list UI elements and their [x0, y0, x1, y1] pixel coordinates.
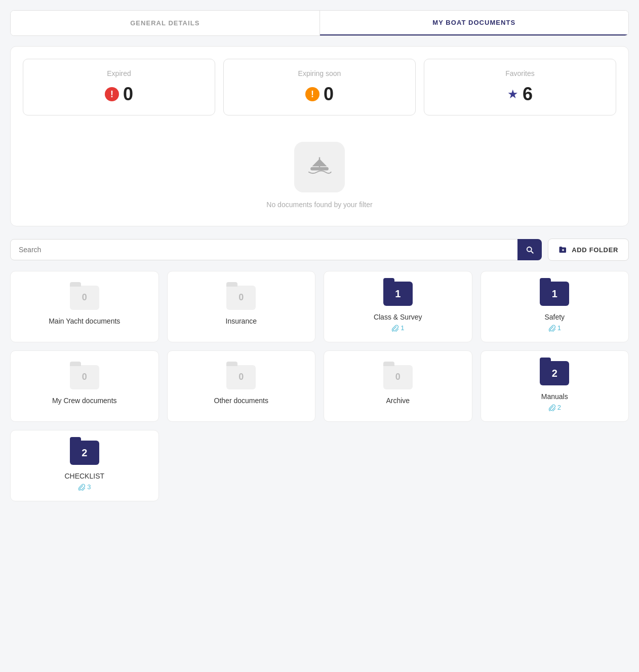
folder-card-checklist[interactable]: 2 CHECKLIST 3 — [10, 430, 159, 501]
folder-card-manuals[interactable]: 2 Manuals 2 — [481, 350, 629, 422]
favorites-value: ★ 6 — [507, 84, 533, 105]
expiring-soon-title: Expiring soon — [298, 69, 341, 77]
folder-icon-class-survey: 1 — [383, 282, 413, 306]
attachment-icon — [391, 325, 398, 332]
expired-title: Expired — [107, 69, 131, 77]
folder-card-main-yacht[interactable]: 0 Main Yacht documents — [10, 271, 159, 342]
attachment-icon — [548, 404, 555, 411]
summary-cards: Expired ! 0 Expiring soon ! 0 Favorites … — [23, 59, 616, 115]
tab-my-boat-documents[interactable]: MY BOAT DOCUMENTS — [320, 11, 629, 35]
folder-attachments-class-survey: 1 — [391, 324, 404, 332]
expiring-soon-value: ! 0 — [305, 84, 334, 105]
search-button[interactable] — [517, 239, 542, 260]
folder-attachments-manuals: 2 — [548, 404, 561, 411]
search-input[interactable] — [10, 239, 542, 260]
add-folder-button[interactable]: ADD FOLDER — [548, 239, 629, 261]
folder-attachments-safety: 1 — [548, 324, 561, 332]
favorites-count: 6 — [523, 84, 533, 105]
folder-add-icon — [558, 245, 568, 254]
folder-name-insurance: Insurance — [226, 317, 257, 325]
search-row: ADD FOLDER — [10, 239, 629, 261]
expired-card[interactable]: Expired ! 0 — [23, 59, 215, 115]
expired-value: ! 0 — [105, 84, 133, 105]
boat-icon — [306, 154, 333, 180]
star-icon: ★ — [507, 87, 518, 101]
add-folder-label: ADD FOLDER — [572, 246, 618, 254]
folder-name-archive: Archive — [386, 397, 410, 405]
folder-icon-checklist: 2 — [70, 441, 99, 465]
folder-icon-my-crew: 0 — [70, 365, 99, 389]
empty-state-icon-container — [294, 142, 345, 192]
folder-grid: 0 Main Yacht documents 0 Insurance 1 Cla… — [10, 271, 629, 501]
folder-icon-insurance: 0 — [226, 286, 256, 310]
folder-card-insurance[interactable]: 0 Insurance — [167, 271, 316, 342]
folder-name-manuals: Manuals — [541, 392, 568, 401]
folder-attachment-count-safety: 1 — [557, 324, 561, 332]
folder-icon-main-yacht: 0 — [70, 286, 99, 310]
folder-card-safety[interactable]: 1 Safety 1 — [481, 271, 629, 342]
attachment-icon — [78, 484, 85, 491]
search-icon — [525, 245, 534, 254]
folder-attachment-count-manuals: 2 — [557, 404, 561, 411]
folder-name-main-yacht: Main Yacht documents — [49, 317, 120, 325]
expiring-icon: ! — [305, 87, 320, 101]
summary-section: Expired ! 0 Expiring soon ! 0 Favorites … — [10, 46, 629, 226]
folder-name-other-docs: Other documents — [214, 397, 268, 405]
expired-icon: ! — [105, 87, 119, 101]
folder-card-class-survey[interactable]: 1 Class & Survey 1 — [324, 271, 472, 342]
favorites-title: Favorites — [505, 69, 535, 77]
folder-name-safety: Safety — [544, 313, 565, 321]
folder-attachments-checklist: 3 — [78, 483, 91, 491]
search-wrapper — [10, 239, 542, 260]
empty-state: No documents found by your filter — [23, 132, 616, 214]
folder-card-other-docs[interactable]: 0 Other documents — [167, 350, 316, 422]
folder-icon-other-docs: 0 — [226, 365, 256, 389]
folder-attachment-count-class-survey: 1 — [401, 324, 404, 332]
empty-state-text: No documents found by your filter — [266, 201, 372, 209]
folder-icon-safety: 1 — [540, 282, 569, 306]
folder-name-class-survey: Class & Survey — [374, 313, 422, 321]
folder-icon-archive: 0 — [383, 365, 413, 389]
tab-general-details[interactable]: GENERAL DETAILS — [11, 11, 320, 35]
folder-name-my-crew: My Crew documents — [52, 397, 117, 405]
svg-rect-0 — [310, 167, 329, 171]
folder-card-archive[interactable]: 0 Archive — [324, 350, 472, 422]
folder-attachment-count-checklist: 3 — [87, 483, 91, 491]
folder-name-checklist: CHECKLIST — [64, 472, 104, 480]
favorites-card[interactable]: Favorites ★ 6 — [424, 59, 616, 115]
attachment-icon — [548, 325, 555, 332]
expiring-count: 0 — [324, 84, 334, 105]
folder-card-my-crew[interactable]: 0 My Crew documents — [10, 350, 159, 422]
expiring-soon-card[interactable]: Expiring soon ! 0 — [223, 59, 416, 115]
folder-icon-manuals: 2 — [540, 361, 569, 385]
expired-count: 0 — [123, 84, 133, 105]
tab-bar: GENERAL DETAILS MY BOAT DOCUMENTS — [10, 10, 629, 36]
